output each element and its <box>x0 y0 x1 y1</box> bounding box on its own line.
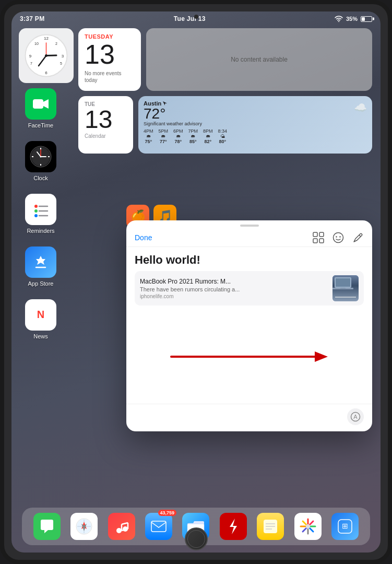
macbook-image <box>332 275 359 301</box>
weather-hourly: 4PM🌧75° 5PM🌧77° 6PM🌧78° 7PM🌧85° 8PM� <box>144 128 367 144</box>
edit-icon[interactable] <box>352 232 364 243</box>
dock-spark[interactable] <box>220 513 247 540</box>
svg-rect-45 <box>340 288 346 289</box>
svg-point-29 <box>34 214 38 217</box>
emoji-icon[interactable] <box>332 232 344 243</box>
svg-line-61 <box>122 523 128 524</box>
dock-safari[interactable] <box>70 513 98 540</box>
svg-rect-13 <box>33 99 43 109</box>
messages-icon <box>39 519 55 534</box>
widget-area: TUESDAY 13 No more events today No conte… <box>78 28 372 159</box>
widget-row-1: TUESDAY 13 No more events today No conte… <box>78 28 372 91</box>
clock-app-icon-img <box>25 141 56 172</box>
svg-point-40 <box>339 236 340 237</box>
svg-text:N: N <box>37 309 44 320</box>
app-facetime[interactable]: FaceTime <box>20 88 62 128</box>
svg-point-70 <box>306 524 310 528</box>
weather-hour-1: 4PM🌧75° <box>144 128 153 144</box>
svg-marker-65 <box>230 519 237 534</box>
note-body <box>126 310 372 404</box>
weather-hour-5: 8PM🌧82° <box>203 128 213 144</box>
svg-point-38 <box>334 233 343 243</box>
safari-icon <box>75 518 93 535</box>
facetime-icon-img <box>25 88 56 120</box>
note-link-desc: There have been rumors circulating a... <box>140 286 327 292</box>
note-done-button[interactable]: Done <box>135 233 152 242</box>
app-clock[interactable]: Clock <box>20 141 62 181</box>
note-link-card[interactable]: MacBook Pro 2021 Rumors: M... There have… <box>135 271 364 306</box>
dock-notes[interactable] <box>257 513 284 540</box>
widget-row-2: TUE 13 Calendar Austin 72° Significan <box>78 96 372 154</box>
news-svg: N <box>31 306 50 324</box>
svg-rect-62 <box>151 521 166 532</box>
front-camera <box>194 15 198 19</box>
calendar-large-widget[interactable]: TUE 13 Calendar <box>78 96 133 154</box>
status-bar: 3:37 PM Tue Jul 13 35% <box>11 11 381 26</box>
app-reminders[interactable]: Reminders <box>20 194 62 234</box>
svg-point-25 <box>34 205 38 208</box>
grid-icon[interactable] <box>313 232 324 243</box>
note-assistant-button[interactable]: A <box>347 408 364 425</box>
svg-point-20 <box>40 156 42 158</box>
dock-messages[interactable] <box>33 513 61 540</box>
calendar-small-widget[interactable]: TUESDAY 13 No more events today <box>78 28 141 91</box>
app-news[interactable]: N News <box>20 299 62 339</box>
note-title: Hello world! <box>126 247 372 271</box>
cal-large-label: Calendar <box>85 133 127 139</box>
macbook-svg <box>332 275 353 291</box>
music-icon <box>114 519 129 534</box>
dock-mail[interactable]: 43,759 <box>145 513 172 540</box>
news-label: News <box>33 333 48 339</box>
app-appstore[interactable]: App Store <box>20 246 62 287</box>
cal-large-date: 13 <box>85 107 127 132</box>
weather-hour-6: 8:34🌤80° <box>218 128 228 144</box>
appstore-icon-img <box>25 246 56 278</box>
weather-cloud-icon: ☁️ <box>354 101 367 114</box>
facetime-svg <box>32 95 50 113</box>
note-link-thumbnail <box>332 275 359 301</box>
svg-marker-47 <box>315 351 328 362</box>
svg-text:A: A <box>353 414 358 420</box>
svg-rect-37 <box>319 239 324 243</box>
reminders-label: Reminders <box>27 228 54 234</box>
svg-rect-36 <box>313 239 317 243</box>
mail-badge: 43,759 <box>158 510 177 516</box>
no-content-widget[interactable]: No content available <box>146 28 372 91</box>
drag-handle <box>240 225 259 227</box>
reminders-icon-img <box>25 194 56 225</box>
dock-music[interactable] <box>108 513 135 540</box>
svg-text:3: 3 <box>62 54 64 58</box>
dock-appstore-extra[interactable]: ⊞ <box>331 513 359 540</box>
note-link-domain: iphonelife.com <box>140 293 327 299</box>
facetime-label: FaceTime <box>28 122 54 128</box>
spark-icon <box>225 518 241 535</box>
home-button[interactable] <box>185 527 208 550</box>
mail-icon <box>151 521 167 532</box>
status-right: 35% <box>335 16 372 22</box>
svg-line-41 <box>359 235 361 237</box>
calendar-events: No more events today <box>85 70 135 84</box>
weather-hour-4: 7PM🌧85° <box>188 128 198 144</box>
status-date: Tue Jul 13 <box>174 15 206 22</box>
weather-temp: 72° <box>144 107 202 121</box>
svg-text:⊞: ⊞ <box>342 522 348 530</box>
ipad-screen: 3:37 PM Tue Jul 13 35% 12 <box>11 11 381 553</box>
battery-fill <box>362 17 365 21</box>
photos-icon <box>299 518 317 535</box>
weather-widget[interactable]: Austin 72° Significant weather advisory … <box>138 96 372 154</box>
svg-point-39 <box>336 236 337 237</box>
svg-point-56 <box>116 528 122 533</box>
note-toolbar-icons <box>313 232 364 243</box>
note-popup[interactable]: Done <box>126 220 372 431</box>
drag-handle-container <box>126 220 372 227</box>
note-link-info: MacBook Pro 2021 Rumors: M... There have… <box>140 278 327 299</box>
svg-marker-14 <box>43 99 49 109</box>
wifi-icon <box>335 16 343 22</box>
ipad-frame: 3:37 PM Tue Jul 13 35% 12 <box>0 0 392 564</box>
appstore-label: App Store <box>28 280 54 287</box>
news-icon-img: N <box>25 299 56 331</box>
red-arrow <box>161 346 338 367</box>
dock-photos[interactable] <box>294 513 322 540</box>
note-bottom-toolbar: A <box>126 404 372 431</box>
weather-hour-3: 6PM🌧78° <box>173 128 183 144</box>
